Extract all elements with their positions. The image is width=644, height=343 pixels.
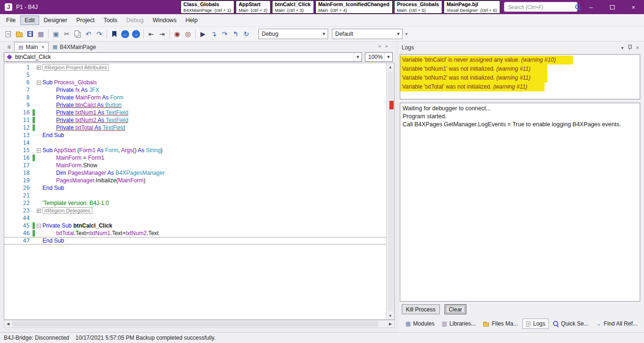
- code-line[interactable]: 6−Sub Process_Globals: [4, 79, 386, 86]
- fold-toggle[interactable]: −: [35, 148, 42, 153]
- code-line[interactable]: 7Private fx As JFX: [4, 86, 386, 94]
- build-configuration-dropdown[interactable]: Debug ▼: [258, 29, 328, 39]
- menu-designer[interactable]: Designer: [40, 16, 72, 25]
- code-line[interactable]: 14: [4, 139, 386, 147]
- clear-breakpoints-icon[interactable]: ◎: [182, 29, 193, 40]
- redo-icon[interactable]: ↷: [94, 29, 105, 40]
- quick-tab[interactable]: MainPage.bjlVisual Designer (ctrl + 6): [444, 0, 500, 14]
- horizontal-scrollbar[interactable]: ◀ ▶: [4, 320, 395, 328]
- warnings-list[interactable]: Variable 'btnCalcl' is never assigned an…: [400, 54, 640, 99]
- save-icon[interactable]: [25, 29, 35, 40]
- new-module-icon[interactable]: [3, 29, 14, 40]
- window-menu-icon[interactable]: ▾: [619, 45, 626, 50]
- step-out-icon[interactable]: ↰: [230, 29, 241, 40]
- code-line[interactable]: 44: [4, 214, 386, 222]
- code-line[interactable]: 13End Sub: [4, 131, 386, 139]
- vertical-scrollbar[interactable]: ▲ ▼: [386, 63, 394, 319]
- run-icon[interactable]: ▶: [198, 29, 208, 40]
- step-into-icon[interactable]: ↴: [208, 29, 219, 40]
- quick-tab[interactable]: Process_GlobalsMain (ctrl + 5): [394, 0, 442, 14]
- designer-icon[interactable]: ▣: [50, 29, 61, 40]
- menu-project[interactable]: Project: [72, 16, 99, 25]
- code-line[interactable]: 15−Sub AppStart (Form1 As Form, Args() A…: [4, 147, 386, 154]
- code-line[interactable]: 10Private txtNum1 As TextField: [4, 109, 386, 116]
- code-line[interactable]: 22'Template version: B4J-1.0: [4, 199, 386, 207]
- cut-icon[interactable]: ✂: [61, 29, 72, 40]
- bottom-tab-libraries[interactable]: ▥Libraries...: [439, 319, 479, 328]
- tab-list-icon[interactable]: ≡: [4, 42, 14, 52]
- panel-splitter[interactable]: [395, 41, 399, 332]
- code-line[interactable]: 8Private MainForm As Form: [4, 94, 386, 101]
- indent-icon[interactable]: ⇥: [157, 29, 167, 40]
- profile-dropdown[interactable]: Default ▼: [332, 29, 403, 39]
- navigate-forward-icon[interactable]: [131, 29, 141, 40]
- menu-edit[interactable]: Edit: [20, 16, 39, 25]
- horizontal-scroll-thumb[interactable]: [12, 321, 378, 327]
- code-line[interactable]: 21: [4, 192, 386, 199]
- warning-annotation-marker[interactable]: [389, 101, 394, 109]
- code-line[interactable]: 47End Sub: [4, 237, 386, 245]
- clear-button[interactable]: Clear: [445, 304, 467, 314]
- fold-toggle[interactable]: +: [35, 65, 42, 70]
- bottom-tab-modules[interactable]: ▦Modules: [403, 319, 438, 328]
- code-line[interactable]: 19PagesManager.Initialize(MainForm): [4, 177, 386, 184]
- code-line[interactable]: 18Dim PagesManager As B4XPagesManager: [4, 169, 386, 177]
- close-panel-icon[interactable]: ×: [634, 45, 641, 50]
- quick-tab[interactable]: Class_GlobalsB4XMainPage (ctrl + 1): [181, 0, 234, 14]
- undo-icon[interactable]: ↶: [83, 29, 94, 40]
- pin-icon[interactable]: [626, 44, 634, 51]
- doc-tab-b4xmainpage[interactable]: ▦B4XMainPage: [49, 42, 99, 52]
- code-line[interactable]: 5: [4, 71, 386, 79]
- log-messages[interactable]: Waiting for debugger to connect...Progra…: [400, 103, 640, 302]
- chevron-down-icon[interactable]: ▼: [384, 53, 392, 61]
- menu-windows[interactable]: Windows: [149, 16, 181, 25]
- tab-scroll-arrows[interactable]: ◂ ▸: [378, 43, 390, 49]
- quick-tab[interactable]: MainForm_IconifiedChangedMain (ctrl + 4): [315, 0, 393, 14]
- code-line[interactable]: 20End Sub: [4, 184, 386, 192]
- minimize-button[interactable]: –: [580, 0, 602, 14]
- quick-tab[interactable]: btnCalcl_ClickMain (ctrl + 3): [272, 0, 314, 14]
- restart-icon[interactable]: ↻: [241, 29, 252, 40]
- code-line[interactable]: 46txtTotal.Text=txtNum1.Text+txtNum2.Tex…: [4, 229, 386, 237]
- close-tab-icon[interactable]: ×: [41, 44, 44, 50]
- menu-debug[interactable]: Debug: [122, 16, 148, 25]
- navigate-back-icon[interactable]: [120, 29, 131, 40]
- doc-tab-main[interactable]: ▤Main×: [14, 42, 49, 52]
- code-line[interactable]: 1+#Region Project Attributes: [4, 64, 386, 71]
- close-button[interactable]: ×: [623, 0, 644, 14]
- modules-icon[interactable]: ▦: [35, 29, 46, 40]
- search-box[interactable]: [504, 2, 578, 12]
- code-line[interactable]: 16MainForm = Form1: [4, 154, 386, 162]
- fold-toggle[interactable]: −: [35, 81, 42, 85]
- scroll-up-icon[interactable]: ▲: [387, 63, 394, 71]
- bottom-tab-files-ma[interactable]: Files Ma...: [480, 319, 520, 328]
- copy-icon[interactable]: [72, 29, 83, 40]
- fold-toggle[interactable]: +: [35, 209, 42, 213]
- open-project-icon[interactable]: [14, 29, 25, 40]
- maximize-button[interactable]: [602, 0, 623, 14]
- member-selector-dropdown[interactable]: btnCalcl_Click ▼: [4, 52, 362, 62]
- chevron-down-icon[interactable]: ▼: [354, 53, 362, 61]
- bottom-tab-logs[interactable]: Logs: [522, 318, 549, 329]
- scroll-right-icon[interactable]: ▶: [387, 320, 394, 327]
- code-line[interactable]: 11Private txtNum2 As TextField: [4, 116, 386, 124]
- scroll-left-icon[interactable]: ◀: [4, 320, 12, 327]
- menu-help[interactable]: Help: [181, 16, 202, 25]
- code-line[interactable]: 45−Private Sub btnCalcl_Click: [4, 222, 386, 229]
- fold-toggle[interactable]: −: [35, 224, 42, 228]
- step-over-icon[interactable]: ↷: [219, 29, 230, 40]
- scroll-down-icon[interactable]: ▼: [387, 312, 394, 319]
- code-line[interactable]: 17MainForm.Show: [4, 162, 386, 169]
- code-line[interactable]: 9Private btnCalcl As Button: [4, 101, 386, 109]
- toolbar-overflow-icon[interactable]: ▾: [405, 32, 408, 36]
- kill-process-button[interactable]: Kill Process: [402, 304, 440, 314]
- code-editor[interactable]: 1+#Region Project Attributes56−Sub Proce…: [4, 63, 395, 320]
- code-line[interactable]: 23+#Region Delegates: [4, 207, 386, 214]
- code-line[interactable]: 12Private txtTotal As TextField: [4, 124, 386, 131]
- bottom-tab-quick-se[interactable]: Quick Se...: [550, 319, 592, 328]
- menu-file[interactable]: File: [2, 16, 20, 25]
- bookmark-icon[interactable]: [109, 29, 120, 40]
- outdent-icon[interactable]: ⇤: [146, 29, 157, 40]
- search-input[interactable]: [508, 4, 575, 10]
- bottom-tab-find-all-ref[interactable]: →Find All Ref...: [593, 319, 640, 328]
